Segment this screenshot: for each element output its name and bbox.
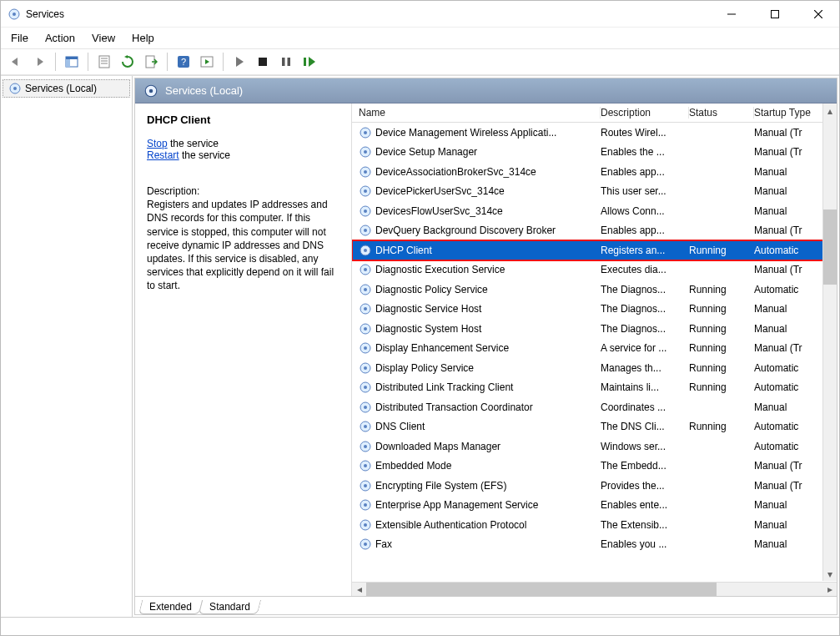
row-name: Device Setup Manager xyxy=(375,146,477,158)
row-startup: Manual xyxy=(754,185,827,197)
service-row[interactable]: Enterprise App Management ServiceEnables… xyxy=(352,496,837,516)
row-startup: Manual xyxy=(754,401,827,413)
col-description[interactable]: Description xyxy=(601,107,689,119)
gear-icon xyxy=(359,322,372,336)
refresh-button[interactable] xyxy=(118,52,138,72)
service-row[interactable]: Downloaded Maps ManagerWindows ser...Aut… xyxy=(352,437,837,457)
svg-rect-12 xyxy=(282,58,285,66)
service-row[interactable]: Distributed Transaction CoordinatorCoord… xyxy=(352,397,837,417)
gear-icon xyxy=(359,244,372,257)
service-row[interactable]: DNS ClientThe DNS Cli...RunningAutomatic xyxy=(352,417,837,437)
services-icon xyxy=(8,8,21,21)
restart-service-button[interactable] xyxy=(299,52,319,72)
row-name: Encrypting File System (EFS) xyxy=(375,480,506,492)
start-service-button[interactable] xyxy=(229,52,249,72)
tree-item-services-local[interactable]: Services (Local) xyxy=(3,79,130,98)
scroll-down-icon[interactable]: ▾ xyxy=(823,567,837,581)
row-description: The Diagnos... xyxy=(601,303,689,315)
row-description: Registers an... xyxy=(601,245,689,256)
menu-file[interactable]: File xyxy=(9,30,30,46)
row-description: Enables app... xyxy=(601,225,689,236)
service-row[interactable]: Distributed Link Tracking ClientMaintain… xyxy=(352,378,837,398)
service-row[interactable]: Diagnostic Policy ServiceThe Diagnos...R… xyxy=(352,280,837,300)
minimize-button[interactable] xyxy=(712,3,751,26)
service-row[interactable]: Display Policy ServiceManages th...Runni… xyxy=(352,358,837,378)
row-name: Diagnostic System Host xyxy=(375,323,481,335)
row-startup: Manual (Tr xyxy=(754,480,827,492)
close-button[interactable] xyxy=(799,3,837,26)
row-name: Display Enhancement Service xyxy=(375,342,509,354)
row-name: Diagnostic Service Host xyxy=(375,303,481,315)
gear-icon xyxy=(359,420,372,433)
export-button[interactable] xyxy=(141,52,161,72)
menu-action[interactable]: Action xyxy=(43,30,77,46)
properties-button[interactable] xyxy=(94,52,114,72)
service-row[interactable]: Device Setup ManagerEnables the ...Manua… xyxy=(352,143,837,163)
svg-point-30 xyxy=(364,229,367,232)
stop-suffix: the service xyxy=(168,138,219,149)
stop-link[interactable]: Stop xyxy=(147,138,168,149)
gear-icon xyxy=(359,263,372,276)
service-row[interactable]: Diagnostic System HostThe Diagnos...Runn… xyxy=(352,319,837,339)
row-startup: Manual (Tr xyxy=(754,460,827,472)
service-row[interactable]: Device Management Wireless Applicati...R… xyxy=(352,123,837,143)
restart-link[interactable]: Restart xyxy=(147,149,179,161)
scroll-thumb-horizontal[interactable] xyxy=(366,583,717,596)
service-row[interactable]: DevQuery Background Discovery BrokerEnab… xyxy=(352,221,837,241)
forward-button[interactable] xyxy=(29,52,49,72)
service-row[interactable]: Encrypting File System (EFS)Provides the… xyxy=(352,476,837,496)
row-status: Running xyxy=(689,323,754,335)
service-row[interactable]: Extensible Authentication ProtocolThe Ex… xyxy=(352,515,837,535)
horizontal-scrollbar[interactable]: ◂ ▸ xyxy=(352,582,837,596)
svg-point-22 xyxy=(364,150,367,154)
service-row[interactable]: Diagnostic Service HostThe Diagnos...Run… xyxy=(352,300,837,320)
service-row[interactable]: Diagnostic Execution ServiceExecutes dia… xyxy=(352,260,837,280)
action-button[interactable] xyxy=(197,52,217,72)
show-hide-tree-button[interactable] xyxy=(62,52,82,72)
service-row[interactable]: Embedded ModeThe Embedd...Manual (Tr xyxy=(352,457,837,477)
description-text: Registers and updates IP addresses and D… xyxy=(147,198,343,292)
service-row[interactable]: DHCP ClientRegisters an...RunningAutomat… xyxy=(352,240,837,260)
row-status: Running xyxy=(689,381,754,393)
svg-rect-4 xyxy=(66,57,78,59)
col-name[interactable]: Name xyxy=(359,107,601,119)
scroll-left-icon[interactable]: ◂ xyxy=(352,583,366,596)
vertical-scrollbar[interactable]: ▴ ▾ xyxy=(822,103,837,581)
row-name: Embedded Mode xyxy=(375,460,451,472)
stop-service-button[interactable] xyxy=(253,52,273,72)
row-description: Routes Wirel... xyxy=(601,127,689,139)
scroll-up-icon[interactable]: ▴ xyxy=(823,103,837,118)
pause-service-button[interactable] xyxy=(276,52,296,72)
row-name: Enterprise App Management Service xyxy=(375,499,538,511)
scroll-right-icon[interactable]: ▸ xyxy=(822,583,837,596)
service-row[interactable]: DeviceAssociationBrokerSvc_314ceEnables … xyxy=(352,162,837,182)
main-header-title: Services (Local) xyxy=(165,84,243,97)
help-button[interactable]: ? xyxy=(174,52,194,72)
svg-point-18 xyxy=(149,88,153,93)
service-row[interactable]: DevicesFlowUserSvc_314ceAllows Conn...Ma… xyxy=(352,201,837,221)
maximize-button[interactable] xyxy=(756,3,794,26)
scroll-thumb-vertical[interactable] xyxy=(823,209,837,285)
svg-point-40 xyxy=(364,327,367,331)
tab-extended[interactable]: Extended xyxy=(138,600,203,614)
tab-standard[interactable]: Standard xyxy=(199,600,261,614)
row-startup: Manual (Tr xyxy=(754,264,827,275)
service-row[interactable]: Display Enhancement ServiceA service for… xyxy=(352,339,837,359)
row-description: Enables app... xyxy=(601,166,689,178)
row-startup: Automatic xyxy=(754,421,827,432)
description-heading: Description: xyxy=(147,184,343,198)
col-startup[interactable]: Startup Type xyxy=(754,107,827,119)
row-status: Running xyxy=(689,342,754,354)
list-rows[interactable]: Device Management Wireless Applicati...R… xyxy=(352,123,837,596)
svg-point-62 xyxy=(364,543,367,546)
row-name: DevicePickerUserSvc_314ce xyxy=(375,185,505,197)
gear-icon xyxy=(359,498,372,512)
service-row[interactable]: FaxEnables you ...Manual xyxy=(352,535,837,555)
menu-view[interactable]: View xyxy=(90,30,117,46)
col-status[interactable]: Status xyxy=(689,107,754,119)
menu-help[interactable]: Help xyxy=(130,30,156,46)
service-row[interactable]: DevicePickerUserSvc_314ceThis user ser..… xyxy=(352,182,837,202)
back-button[interactable] xyxy=(6,52,26,72)
svg-point-28 xyxy=(364,209,367,213)
console-tree: Services (Local) xyxy=(1,76,133,617)
